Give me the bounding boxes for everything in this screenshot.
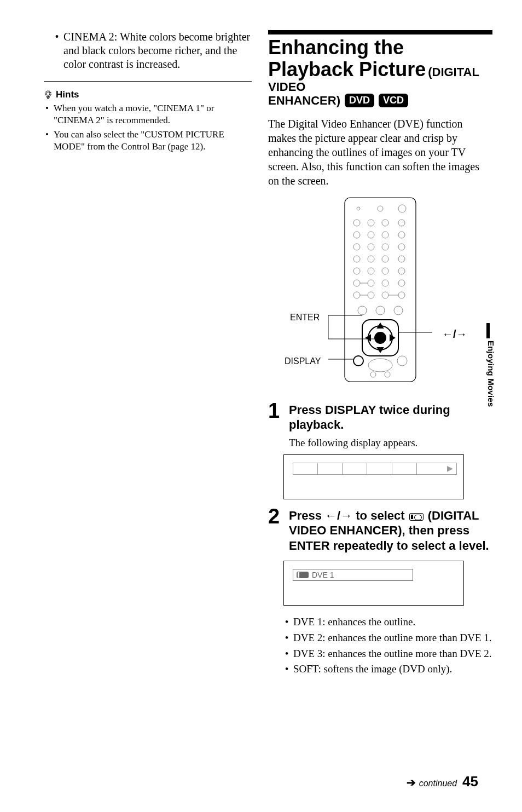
page: • CINEMA 2: White colors become brighter… <box>0 0 522 678</box>
two-column-layout: • CINEMA 2: White colors become brighter… <box>44 30 478 678</box>
page-subtitle-2: ENHANCER) <box>268 94 340 107</box>
bullet-icon: • <box>283 631 290 645</box>
tab-icon <box>343 463 367 474</box>
step-number: 2 <box>268 506 283 554</box>
osd-dve-display: DVE 1 <box>283 561 464 606</box>
dvd-badge-icon: DVD <box>345 94 374 107</box>
intro-paragraph: The Digital Video Enhancer (DVE) functio… <box>268 117 492 188</box>
bullet-icon: • <box>54 30 60 71</box>
list-item: • DVE 2: enhances the outline more than … <box>283 631 492 645</box>
list-item: • DVE 3: enhances the outline more than … <box>283 647 492 661</box>
dve-tab-icon <box>409 513 424 521</box>
osd-tabs-display: ▶ <box>283 454 464 499</box>
continued-label: continued <box>419 779 457 788</box>
list-item: • SOFT: softens the image (DVD only). <box>283 663 492 676</box>
side-tab-inner: Enjoying Movies <box>486 323 496 407</box>
bullet-icon: • <box>44 129 50 153</box>
remote-diagram: ENTER DISPLAY ←/→ <box>268 197 492 394</box>
list-item: • CINEMA 2: White colors become brighter… <box>54 30 252 71</box>
list-item: • DVE 1: enhances the outline. <box>283 615 492 629</box>
svg-rect-4 <box>345 198 416 382</box>
list-item: • You can also select the "CUSTOM PICTUR… <box>44 129 252 153</box>
hints-list: • When you watch a movie, "CINEMA 1" or … <box>44 102 252 153</box>
text: You can also select the "CUSTOM PICTURE … <box>54 129 252 153</box>
remote-icon <box>328 197 432 383</box>
list-item: • When you watch a movie, "CINEMA 1" or … <box>44 102 252 126</box>
text: SOFT: softens the image (DVD only). <box>293 663 492 676</box>
section-heading: Enhancing the Playback Picture (DIGITAL … <box>268 37 492 108</box>
arrows-label: ←/→ <box>442 328 467 341</box>
step-body: Press DISPLAY twice during playback. The… <box>289 400 492 449</box>
svg-point-1 <box>47 92 50 95</box>
step-subtext: The following display appears. <box>289 437 492 449</box>
svg-point-44 <box>375 332 386 343</box>
hints-label: Hints <box>56 89 79 100</box>
divider <box>44 81 252 82</box>
tab-icon <box>293 463 318 474</box>
page-footer: ➔ continued 45 <box>407 773 478 790</box>
step-heading: Press DISPLAY twice during playback. <box>289 402 492 433</box>
step-number: 1 <box>268 400 283 449</box>
page-number: 45 <box>462 773 478 790</box>
step-body: Press ←/→ to select (DIGITAL VIDEO ENHAN… <box>289 506 492 554</box>
text: DVE 1: enhances the outline. <box>293 615 492 629</box>
display-label: DISPLAY <box>285 356 321 366</box>
dve-value: DVE 1 <box>312 571 334 579</box>
left-column: • CINEMA 2: White colors become brighter… <box>44 30 252 678</box>
dve-icon <box>297 572 309 578</box>
step-1: 1 Press DISPLAY twice during playback. T… <box>268 400 492 449</box>
enter-label: ENTER <box>290 313 320 323</box>
vcd-badge-icon: VCD <box>379 94 408 107</box>
text: When you watch a movie, "CINEMA 1" or "C… <box>54 102 252 126</box>
bullet-icon: • <box>44 102 50 126</box>
section-side-tab: Enjoying Movies <box>486 323 496 407</box>
step-2: 2 Press ←/→ to select (DIGITAL VIDEO ENH… <box>268 506 492 554</box>
lightbulb-icon <box>44 90 53 100</box>
bullet-icon: • <box>283 615 290 629</box>
heading-rule <box>268 30 492 34</box>
text: DVE 2: enhances the outline more than DV… <box>293 631 492 645</box>
side-tab-label: Enjoying Movies <box>486 341 496 407</box>
tab-icon <box>367 463 392 474</box>
tab-icon <box>318 463 343 474</box>
page-title: Enhancing the Playback Picture <box>268 36 426 80</box>
right-column: Enhancing the Playback Picture (DIGITAL … <box>268 30 492 678</box>
side-tab-marker <box>486 323 490 338</box>
play-icon: ▶ <box>417 463 456 474</box>
dve-options-list: • DVE 1: enhances the outline. • DVE 2: … <box>283 615 492 676</box>
bullet-icon: • <box>283 663 290 676</box>
step-heading: Press ←/→ to select (DIGITAL VIDEO ENHAN… <box>289 508 492 554</box>
continue-arrow-icon: ➔ <box>407 776 416 789</box>
svg-rect-2 <box>47 96 49 98</box>
bullet-icon: • <box>283 647 290 661</box>
tab-row: ▶ <box>293 463 457 475</box>
text: Press ←/→ to select <box>289 509 408 522</box>
text: CINEMA 2: White colors become brighter a… <box>63 30 252 71</box>
text: DVE 3: enhances the outline more than DV… <box>293 647 492 661</box>
hints-heading: Hints <box>44 89 252 100</box>
tab-icon <box>392 463 417 474</box>
dve-field: DVE 1 <box>293 569 413 581</box>
